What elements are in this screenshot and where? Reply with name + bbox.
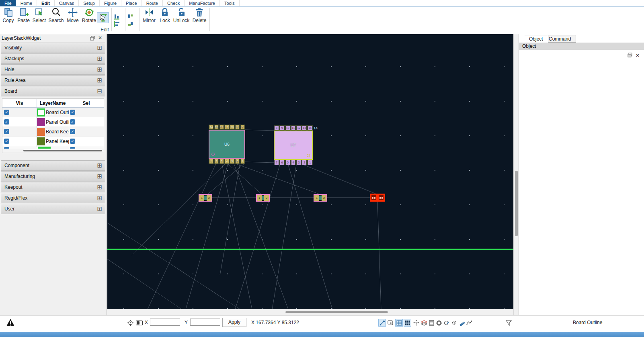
- visibility-checkbox[interactable]: ✓: [4, 119, 9, 125]
- visibility-checkbox[interactable]: ✓: [4, 129, 9, 134]
- scrollbar-thumb[interactable]: [515, 171, 518, 236]
- select-checkbox[interactable]: ✓: [70, 139, 75, 144]
- col-header-sel[interactable]: Sel: [69, 99, 104, 107]
- section-component[interactable]: Component⊞: [1, 160, 105, 171]
- select-object-icon[interactable]: [387, 319, 394, 327]
- component-u7[interactable]: 891011121314 U7 7654321: [274, 125, 313, 165]
- selected-component-highlighted[interactable]: [370, 194, 385, 202]
- warning-icon[interactable]: [6, 318, 15, 327]
- passive-component[interactable]: 1 2: [199, 194, 212, 202]
- select-button[interactable]: Select: [31, 7, 47, 26]
- view-target-icon[interactable]: [450, 319, 458, 327]
- float-icon[interactable]: [628, 52, 633, 57]
- menu-item-file[interactable]: File: [0, 0, 16, 6]
- section-manufacturing[interactable]: Manufacturing⊞: [1, 171, 105, 182]
- collapse-icon[interactable]: ⊟: [97, 88, 102, 94]
- grid-fill-icon[interactable]: [404, 319, 411, 327]
- tab-command[interactable]: Command: [544, 35, 576, 43]
- section-hole[interactable]: Hole⊞: [1, 64, 105, 75]
- table-row[interactable]: ✓Panel Outline✓: [2, 117, 104, 127]
- canvas-vertical-scrollbar[interactable]: [513, 34, 519, 315]
- mirror-button[interactable]: Mirror: [141, 7, 158, 26]
- table-row[interactable]: ✓Board Outline✓: [2, 108, 104, 117]
- expand-icon[interactable]: ⊞: [97, 45, 102, 51]
- layer-color-swatch[interactable]: [37, 128, 45, 136]
- menu-item-manufacture[interactable]: ManuFacture: [185, 0, 220, 6]
- move-tool-icon[interactable]: [412, 319, 420, 327]
- align-bottom-button[interactable]: [113, 14, 121, 20]
- align-top-left-button[interactable]: [127, 14, 134, 20]
- layer-color-swatch[interactable]: [37, 118, 45, 126]
- expand-icon[interactable]: ⊞: [97, 173, 102, 180]
- signal-icon[interactable]: [466, 319, 473, 327]
- pcb-canvas[interactable]: 141312111098 U6 1234567 891011121314 U7 …: [107, 34, 513, 309]
- polyline-tool-icon[interactable]: [378, 319, 386, 327]
- component-icon[interactable]: [435, 319, 443, 327]
- origin-crosshair-icon[interactable]: [127, 319, 134, 327]
- col-header-vis[interactable]: Vis: [2, 99, 37, 107]
- measure-icon[interactable]: [458, 319, 466, 327]
- expand-icon[interactable]: ⊞: [97, 206, 102, 212]
- select-checkbox[interactable]: ✓: [70, 119, 75, 125]
- search-button[interactable]: Search: [47, 7, 65, 26]
- menu-item-place[interactable]: Place: [121, 0, 142, 6]
- menu-item-check[interactable]: Check: [163, 0, 185, 6]
- menu-item-setup[interactable]: Setup: [79, 0, 100, 6]
- align-stack-button[interactable]: [127, 21, 134, 27]
- visibility-checkbox[interactable]: ✓: [4, 139, 9, 144]
- design-check-icon[interactable]: [443, 319, 450, 327]
- menu-item-route[interactable]: Route: [142, 0, 163, 6]
- expand-icon[interactable]: ⊞: [97, 184, 102, 190]
- rotate-button[interactable]: Rotate: [80, 7, 98, 26]
- move-button[interactable]: Move: [65, 7, 80, 26]
- scrollbar-thumb[interactable]: [285, 311, 388, 313]
- layer-color-swatch[interactable]: [37, 108, 45, 116]
- delete-button[interactable]: Delete: [191, 7, 208, 26]
- netlist-icon[interactable]: [428, 319, 435, 327]
- lock-button[interactable]: Lock: [158, 7, 172, 26]
- x-coordinate-input[interactable]: [150, 319, 180, 326]
- menu-item-home[interactable]: Home: [16, 0, 37, 6]
- rotate-90-button[interactable]: 90: [97, 12, 109, 23]
- passive-component[interactable]: 1 2: [314, 194, 327, 202]
- section-visibility[interactable]: Visibility⊞: [1, 43, 105, 53]
- canvas-horizontal-scrollbar[interactable]: [107, 309, 513, 315]
- expand-icon[interactable]: ⊞: [97, 77, 102, 84]
- expand-icon[interactable]: ⊞: [97, 162, 102, 169]
- paste-button[interactable]: Paste: [16, 7, 31, 26]
- passive-component[interactable]: 1 2: [256, 194, 270, 202]
- table-scrollbar[interactable]: [2, 149, 104, 153]
- unlock-button[interactable]: UnLock: [172, 7, 191, 26]
- grid-icon[interactable]: [395, 319, 403, 327]
- relative-toggle-icon[interactable]: [135, 319, 143, 327]
- section-keepout[interactable]: Keepout⊞: [1, 182, 105, 192]
- select-checkbox[interactable]: ✓: [70, 110, 75, 115]
- col-header-layername[interactable]: LayerName: [37, 99, 69, 107]
- select-checkbox[interactable]: ✓: [70, 129, 75, 134]
- expand-icon[interactable]: ⊞: [97, 55, 102, 62]
- tab-object[interactable]: Object: [524, 35, 548, 43]
- filter-icon[interactable]: [505, 319, 513, 327]
- visibility-checkbox[interactable]: ✓: [4, 110, 9, 115]
- component-u6[interactable]: 141312111098 U6 1234567: [209, 125, 245, 164]
- section-stackups[interactable]: Stackups⊞: [1, 53, 105, 64]
- menu-item-edit[interactable]: Edit: [37, 0, 55, 6]
- align-left-button[interactable]: [113, 21, 121, 27]
- expand-icon[interactable]: ⊞: [97, 66, 102, 73]
- apply-button[interactable]: Apply: [222, 318, 246, 327]
- close-icon[interactable]: ✕: [98, 35, 104, 40]
- table-row[interactable]: ✓Panel Keepin✓: [2, 137, 104, 146]
- section-regid-flex[interactable]: Regid/Flex⊞: [1, 193, 105, 203]
- section-user[interactable]: User⊞: [1, 204, 105, 214]
- expand-icon[interactable]: ⊞: [97, 195, 102, 201]
- menu-item-tools[interactable]: Tools: [220, 0, 240, 6]
- float-icon[interactable]: [90, 35, 96, 40]
- layers-icon[interactable]: [420, 319, 428, 327]
- layer-color-swatch[interactable]: [37, 137, 45, 145]
- board-outline-line[interactable]: [107, 249, 513, 250]
- y-coordinate-input[interactable]: [190, 319, 220, 326]
- section-board[interactable]: Board⊟: [1, 86, 105, 96]
- menu-item-canvas[interactable]: Canvas: [55, 0, 79, 6]
- close-icon[interactable]: ✕: [636, 52, 641, 57]
- copy-button[interactable]: Copy: [1, 7, 16, 26]
